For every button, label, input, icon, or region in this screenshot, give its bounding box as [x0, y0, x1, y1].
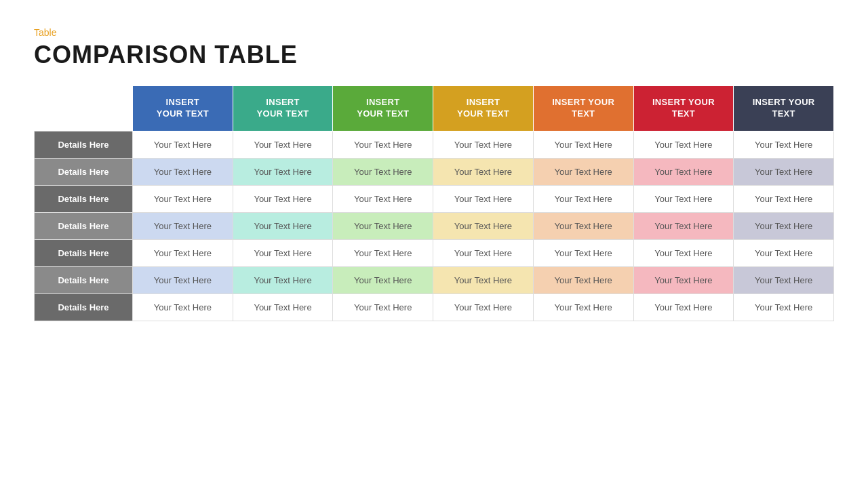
- table-row: Details HereYour Text HereYour Text Here…: [35, 293, 834, 321]
- row-label-4: Details Here: [35, 239, 133, 266]
- cell-r6-c2[interactable]: Your Text Here: [233, 293, 333, 321]
- cell-r1-c4[interactable]: Your Text Here: [433, 158, 534, 185]
- table-container: INSERTYOUR TEXTINSERTYOUR TEXTINSERTYOUR…: [34, 85, 834, 468]
- header-label: Table: [34, 27, 834, 38]
- cell-r1-c1[interactable]: Your Text Here: [133, 158, 233, 185]
- header-title: COMPARISON TABLE: [34, 41, 834, 69]
- cell-r0-c1[interactable]: Your Text Here: [133, 131, 233, 158]
- row-label-3: Details Here: [35, 212, 133, 239]
- cell-r3-c2[interactable]: Your Text Here: [233, 212, 333, 239]
- cell-r5-c3[interactable]: Your Text Here: [333, 266, 433, 293]
- cell-r3-c3[interactable]: Your Text Here: [333, 212, 433, 239]
- comparison-table: INSERTYOUR TEXTINSERTYOUR TEXTINSERTYOUR…: [34, 85, 834, 321]
- cell-r2-c6[interactable]: Your Text Here: [633, 185, 734, 212]
- cell-r0-c2[interactable]: Your Text Here: [233, 131, 333, 158]
- cell-r5-c1[interactable]: Your Text Here: [133, 266, 233, 293]
- cell-r2-c2[interactable]: Your Text Here: [233, 185, 333, 212]
- table-row: Details HereYour Text HereYour Text Here…: [35, 239, 834, 266]
- col-header-6: INSERT YOURTEXT: [633, 86, 734, 131]
- cell-r5-c4[interactable]: Your Text Here: [433, 266, 534, 293]
- col-header-1: INSERTYOUR TEXT: [133, 86, 233, 131]
- cell-r2-c4[interactable]: Your Text Here: [433, 185, 534, 212]
- cell-r4-c7[interactable]: Your Text Here: [734, 239, 834, 266]
- cell-r1-c6[interactable]: Your Text Here: [633, 158, 734, 185]
- cell-r3-c1[interactable]: Your Text Here: [133, 212, 233, 239]
- cell-r0-c6[interactable]: Your Text Here: [633, 131, 734, 158]
- col-header-7: INSERT YOURTEXT: [734, 86, 834, 131]
- row-label-2: Details Here: [35, 185, 133, 212]
- cell-r1-c2[interactable]: Your Text Here: [233, 158, 333, 185]
- table-row: Details HereYour Text HereYour Text Here…: [35, 212, 834, 239]
- cell-r3-c6[interactable]: Your Text Here: [633, 212, 734, 239]
- cell-r6-c1[interactable]: Your Text Here: [133, 293, 233, 321]
- cell-r4-c6[interactable]: Your Text Here: [633, 239, 734, 266]
- table-row: Details HereYour Text HereYour Text Here…: [35, 185, 834, 212]
- cell-r0-c7[interactable]: Your Text Here: [734, 131, 834, 158]
- cell-r2-c3[interactable]: Your Text Here: [333, 185, 433, 212]
- table-row: Details HereYour Text HereYour Text Here…: [35, 158, 834, 185]
- cell-r5-c2[interactable]: Your Text Here: [233, 266, 333, 293]
- cell-r3-c4[interactable]: Your Text Here: [433, 212, 534, 239]
- header: Table COMPARISON TABLE: [34, 27, 834, 69]
- col-header-2: INSERTYOUR TEXT: [233, 86, 333, 131]
- cell-r2-c1[interactable]: Your Text Here: [133, 185, 233, 212]
- cell-r1-c5[interactable]: Your Text Here: [533, 158, 633, 185]
- cell-r6-c7[interactable]: Your Text Here: [734, 293, 834, 321]
- cell-r2-c5[interactable]: Your Text Here: [533, 185, 633, 212]
- row-label-1: Details Here: [35, 158, 133, 185]
- cell-r1-c7[interactable]: Your Text Here: [734, 158, 834, 185]
- cell-r4-c1[interactable]: Your Text Here: [133, 239, 233, 266]
- cell-r0-c5[interactable]: Your Text Here: [533, 131, 633, 158]
- cell-r1-c3[interactable]: Your Text Here: [333, 158, 433, 185]
- table-row: Details HereYour Text HereYour Text Here…: [35, 131, 834, 158]
- cell-r5-c5[interactable]: Your Text Here: [533, 266, 633, 293]
- col-header-4: INSERTYOUR TEXT: [433, 86, 534, 131]
- cell-r0-c4[interactable]: Your Text Here: [433, 131, 534, 158]
- cell-r4-c4[interactable]: Your Text Here: [433, 239, 534, 266]
- cell-r4-c3[interactable]: Your Text Here: [333, 239, 433, 266]
- col-empty-header: [35, 86, 133, 131]
- cell-r6-c6[interactable]: Your Text Here: [633, 293, 734, 321]
- row-label-5: Details Here: [35, 266, 133, 293]
- cell-r0-c3[interactable]: Your Text Here: [333, 131, 433, 158]
- cell-r3-c7[interactable]: Your Text Here: [734, 212, 834, 239]
- cell-r2-c7[interactable]: Your Text Here: [734, 185, 834, 212]
- table-row: Details HereYour Text HereYour Text Here…: [35, 266, 834, 293]
- cell-r5-c6[interactable]: Your Text Here: [633, 266, 734, 293]
- cell-r6-c3[interactable]: Your Text Here: [333, 293, 433, 321]
- row-label-0: Details Here: [35, 131, 133, 158]
- cell-r6-c5[interactable]: Your Text Here: [533, 293, 633, 321]
- cell-r5-c7[interactable]: Your Text Here: [734, 266, 834, 293]
- row-label-6: Details Here: [35, 293, 133, 321]
- page: Table COMPARISON TABLE INSERTYOUR TEXTIN…: [0, 0, 868, 488]
- cell-r4-c2[interactable]: Your Text Here: [233, 239, 333, 266]
- col-header-5: INSERT YOURTEXT: [533, 86, 633, 131]
- cell-r3-c5[interactable]: Your Text Here: [533, 212, 633, 239]
- col-header-3: INSERTYOUR TEXT: [333, 86, 433, 131]
- cell-r6-c4[interactable]: Your Text Here: [433, 293, 534, 321]
- cell-r4-c5[interactable]: Your Text Here: [533, 239, 633, 266]
